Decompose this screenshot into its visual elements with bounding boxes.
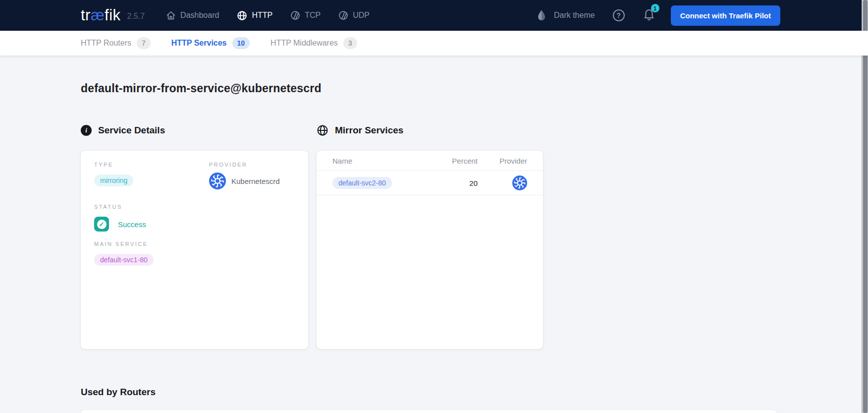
tab-label: HTTP Middlewares [271, 39, 338, 48]
column-header-percent: Percent [430, 157, 478, 165]
status-label: STATUS [94, 204, 298, 210]
column-header-provider: Provider [478, 157, 527, 165]
nav-item-dashboard[interactable]: Dashboard [166, 10, 219, 20]
stream-icon [338, 10, 348, 20]
section-title: Service Details [98, 125, 165, 136]
service-details-section: i Service Details TYPE mirroring PROVIDE… [81, 124, 308, 349]
tab-label: HTTP Services [171, 39, 227, 48]
navbar-right: Dark theme ? 1 Connect with Traefik Pilo… [536, 5, 780, 26]
success-check-icon: ✓ [94, 217, 109, 232]
service-details-card: TYPE mirroring PROVIDER Kubernetescrd [81, 151, 308, 349]
type-badge: mirroring [94, 175, 133, 186]
column-header-name: Name [332, 157, 430, 165]
tab-count-badge: 10 [232, 37, 250, 49]
nav-item-label: TCP [305, 11, 321, 20]
section-title: Mirror Services [335, 125, 403, 136]
provider-label: PROVIDER [209, 162, 280, 168]
mirror-services-header: Mirror Services [317, 124, 543, 137]
notifications-button[interactable]: 1 [643, 8, 655, 23]
tab-http-services[interactable]: HTTP Services 10 [171, 37, 250, 49]
nav-item-label: HTTP [252, 11, 272, 20]
kubernetes-icon [512, 176, 527, 190]
mirror-services-section: Mirror Services Name Percent Provider de… [317, 124, 543, 349]
type-label: TYPE [94, 162, 209, 168]
notification-badge: 1 [651, 4, 659, 12]
page-scrollbar[interactable] [862, 0, 868, 413]
table-header-row: Name Percent Provider [317, 151, 543, 171]
status-value: Success [118, 220, 146, 229]
main-service-label: MAIN SERVICE [94, 241, 298, 247]
mirror-services-card: Name Percent Provider default-svc2-80 20 [317, 151, 543, 349]
service-details-header: i Service Details [81, 124, 308, 137]
home-icon [166, 10, 176, 20]
table-row[interactable]: default-svc2-80 20 [317, 171, 543, 195]
nav-item-http[interactable]: HTTP [237, 10, 272, 21]
top-navbar: træfik 2.5.7 Dashboard HTTP TCP UDP [0, 0, 868, 31]
traefik-logo[interactable]: træfik [81, 6, 121, 24]
status-badge: ✓ Success [94, 217, 298, 232]
percent-value: 20 [430, 179, 478, 187]
tab-http-routers[interactable]: HTTP Routers 7 [81, 37, 151, 49]
kubernetes-icon [209, 173, 226, 189]
used-by-routers-heading: Used by Routers [81, 387, 868, 398]
tab-count-badge: 3 [343, 37, 357, 49]
stream-icon [290, 10, 300, 20]
globe-icon [237, 10, 247, 21]
nav-item-label: UDP [353, 11, 370, 20]
help-icon[interactable]: ? [613, 9, 625, 21]
tab-label: HTTP Routers [81, 39, 131, 48]
info-icon: i [81, 125, 92, 136]
http-tabbar: HTTP Routers 7 HTTP Services 10 HTTP Mid… [0, 31, 868, 56]
nav-item-label: Dashboard [180, 11, 219, 20]
mirror-service-link[interactable]: default-svc2-80 [332, 177, 392, 189]
nav-item-udp[interactable]: UDP [338, 10, 370, 20]
routers-table-card [81, 410, 777, 413]
main-content: default-mirror-from-service@kubernetescr… [0, 82, 868, 413]
main-service-link[interactable]: default-svc1-80 [94, 254, 154, 266]
globe-icon [317, 124, 328, 136]
page-title: default-mirror-from-service@kubernetescr… [81, 82, 868, 95]
main-nav: Dashboard HTTP TCP UDP [166, 10, 370, 21]
tab-count-badge: 7 [137, 37, 151, 49]
nav-item-tcp[interactable]: TCP [290, 10, 321, 20]
version-label: 2.5.7 [127, 12, 145, 21]
tab-http-middlewares[interactable]: HTTP Middlewares 3 [271, 37, 357, 49]
theme-toggle-label[interactable]: Dark theme [554, 11, 595, 20]
provider-value: Kubernetescrd [231, 177, 280, 185]
scrollbar-thumb[interactable] [863, 0, 868, 413]
connect-pilot-button[interactable]: Connect with Traefik Pilot [671, 5, 780, 26]
theme-contrast-icon[interactable] [536, 9, 547, 21]
